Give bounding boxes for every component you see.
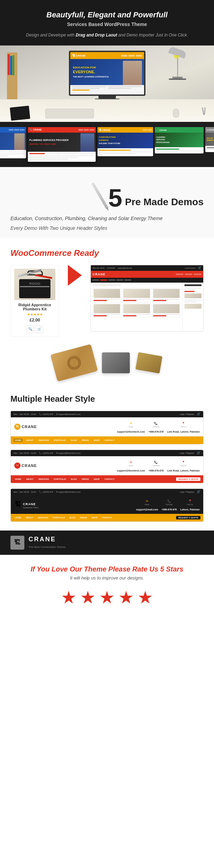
shop-login-top: Login/Register [185,267,196,269]
demo5-accent [207,147,214,148]
hm1-nav-home[interactable]: HOME [14,439,23,442]
hm2-find-value: Link Road, Lahore, Pakistan [167,469,200,472]
hm2-call-icon: 📞 [154,461,158,464]
shop-item-6[interactable] [152,303,181,317]
hm3-nav-shop[interactable]: SHOP [90,516,99,519]
hm3-nav-about[interactable]: ABOUT [24,516,34,519]
demo5-line1 [207,149,214,150]
demo2-line1 [46,153,62,154]
desk-image: 🏗 CRANE EDUCATION FOREVERYONE.THE BEST L… [0,45,214,122]
demo3-hero: CONSTRUCTIONEXPERTSBUILDING YOUR FUTURE [97,133,153,148]
hm1-nav-portfolio[interactable]: PORTFOLIO [53,439,68,442]
demo3-logo: 🏗 CRANE [99,129,111,131]
hm3-logo-text: CRANE [23,502,36,506]
hero-subtitle: Services Based WordPress Theme [14,22,200,27]
shop-breadcrumb-bar [93,284,120,286]
demo3-line2 [99,153,136,154]
hm3-nav-bar: HOME ABOUT SERVICES PORTFOLIO BLOG PRESS… [11,514,203,521]
hm3-nav-blog[interactable]: BLOG [68,516,77,519]
hm3-nav-portfolio[interactable]: PORTFOLIO [51,516,66,519]
hm2-nav-press[interactable]: PRESS [80,477,90,481]
hm3-nav-services[interactable]: SERVICES [36,516,49,519]
hm3-logo-sub: Construction Theme [23,507,39,509]
shop-item-2-price [123,300,136,301]
hm1-nav-about[interactable]: ABOUT [25,439,35,442]
hero-title: Beautyfull, Elegant and Powerfull [14,10,200,19]
hm1-nav-services[interactable]: SERVICES [37,439,50,442]
shop-hours: Mon-Sat: 08:00 [93,267,104,269]
hm2-nav-shop[interactable]: SHOP [92,477,101,481]
hm2-call-label: Call Now [148,465,164,467]
screen-logo: 🏗 CRANE [72,54,86,57]
hm3-top-bar: Mon - Sat: 08.00 - 13.00 📞 +1(945) 678 ✉… [11,489,203,495]
hm1-call-contact: 📞 Call Now +966-676-876 [148,419,164,434]
hm1-cart: 🛒 [197,412,200,416]
star-1: ★ [61,589,77,606]
shop-item-4[interactable] [93,303,121,317]
hm1-nav-contact[interactable]: CONTACT [103,439,116,442]
shop-item-5[interactable] [122,303,151,317]
hm3-nav-press[interactable]: PRESS [79,516,88,519]
hm3-email-icon: ✉ [146,500,148,503]
demo2-header: 🔧 CRANE [28,127,96,133]
shop-nav2 [100,279,107,281]
screen-nav-dots [121,55,142,57]
demo3-line1 [99,151,152,152]
header-styles-title: Multiple Header Style [10,394,204,404]
shop-item-2-name [123,299,150,300]
hm1-find-contact: 📍 Find Us Link Road, Lahore, Pakistan [167,419,200,434]
woo-product-image: RIDGID [14,269,55,300]
demo2-body1 [29,155,94,156]
hm3-logo-text-wrap: CRANE Construction Theme [23,500,39,509]
hm3-right: Login / Register 🛒 [180,490,200,493]
demos-count: 5 [108,185,122,210]
hm2-logo-icon: ✂ [14,462,21,469]
woo-arrow-area [66,265,84,286]
demo4-hero: CLEANINGSERVICESPROFESSIONAL [155,133,204,147]
hm2-nav-about[interactable]: ABOUT [25,477,35,481]
hm3-nav-home[interactable]: HOME [14,516,23,519]
notebook [10,106,30,121]
hm3-call-value: +966-676-876 [161,508,177,511]
bag-brand: RIDGID [19,282,50,285]
shop-main-header: CRANE [91,271,203,278]
hm2-nav-blog[interactable]: BLOG [70,477,78,481]
hm2-main-header: ✂ CRANE ✉ Email support@themtech.com 📞 C… [11,456,203,475]
hm2-nav-contact[interactable]: CONTACT [103,477,116,481]
demo-card-3: 🏗 CRANE CONSTRUCTIONEXPERTSBUILDING YOUR… [97,127,153,156]
demo1-body2 [0,155,8,156]
hm2-nav-services[interactable]: SERVICES [37,477,50,481]
hm1-contact-info: ✉ Email support@themtech.com 📞 Call Now … [117,419,200,434]
shop-nav-bar [91,278,203,283]
hm2-email-bar: ✉ support@themtech.com [56,452,80,454]
shop-item-2[interactable] [122,288,151,302]
hm2-nav-portfolio[interactable]: PORTFOLIO [53,477,68,481]
hm1-nav-shop[interactable]: SHOP [92,439,101,442]
pencil-decor2 [204,107,206,115]
shop-item-1[interactable] [93,288,121,302]
demo1-body1 [0,153,25,155]
woo-cart-btn[interactable]: 🛒 [35,325,43,333]
desk-surface [0,99,214,122]
hm1-call-label: Call Now [148,426,164,428]
sidebar-item1 [184,287,201,289]
screen-hero-text: EDUCATION FOREVERYONE.THE BEST LEARNING … [73,66,109,79]
demo2-line-accent [29,153,45,154]
hm3-quote-btn[interactable]: REQUEST A QUOTE [176,516,200,519]
hm1-nav-press[interactable]: PRESS [80,439,90,442]
shop-item-3[interactable] [152,288,181,302]
demo5-hero: SOLARENERGY [205,133,214,146]
demo-card-1: 🏫 CRANE EDUCATIONFOR EVERYONE.THE BEST L… [0,127,26,158]
bag-body: RIDGID [19,279,50,298]
shop-item-4-price [94,315,107,316]
demo2-line2 [62,153,78,154]
hm3-nav-contact[interactable]: CONTACT [101,516,113,519]
keyboard [45,109,94,118]
hm2-nav-home[interactable]: HOME [14,477,23,481]
hm3-call-contact: 📞 Call Now +966-676-876 [161,497,177,512]
hm2-quote-btn[interactable]: REQUEST A QUOTE [176,477,200,481]
hm1-nav-blog[interactable]: BLOG [70,439,78,442]
screen-col2 [108,86,142,96]
woo-search-btn[interactable]: 🔍 [26,325,34,333]
shop-header-links [176,274,201,275]
